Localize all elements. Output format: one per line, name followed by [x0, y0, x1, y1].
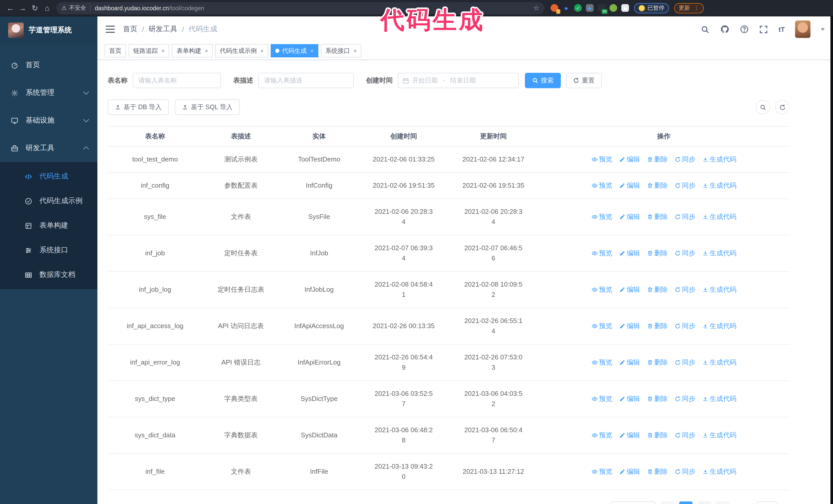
tab-close-icon[interactable]: × [310, 48, 314, 54]
page-size-select[interactable]: 10条/页 [611, 501, 656, 504]
action-sync-link[interactable]: 同步 [674, 212, 695, 222]
tab-close-icon[interactable]: × [162, 48, 165, 54]
action-trash-link[interactable]: 删除 [647, 181, 668, 191]
security-warning-icon[interactable]: ⚠ [62, 5, 67, 11]
action-trash-link[interactable]: 删除 [647, 285, 668, 295]
next-page-button[interactable]: › [716, 501, 730, 504]
action-download-link[interactable]: 生成代码 [702, 248, 736, 258]
action-sync-link[interactable]: 同步 [674, 466, 695, 477]
fullscreen-icon[interactable] [759, 25, 768, 34]
browser-update-button[interactable]: 更新 ⋮ [674, 3, 704, 13]
tab-close-icon[interactable]: × [205, 48, 208, 54]
action-pencil-link[interactable]: 编辑 [619, 248, 640, 258]
breadcrumb-item[interactable]: 首页 [123, 25, 137, 34]
browser-reload-icon[interactable]: ↻ [29, 4, 41, 12]
action-download-link[interactable]: 生成代码 [702, 212, 736, 222]
page-number-button[interactable]: 1 [679, 501, 693, 504]
action-sync-link[interactable]: 同步 [674, 154, 695, 165]
extension-grid-icon[interactable]: ◆ [586, 4, 594, 12]
sidebar-menu-item[interactable]: 首页 [0, 51, 97, 79]
action-download-link[interactable]: 生成代码 [702, 285, 736, 295]
github-icon[interactable] [720, 25, 729, 34]
action-trash-link[interactable]: 删除 [647, 212, 668, 222]
chevron-down-icon[interactable] [821, 28, 825, 30]
bookmark-star-icon[interactable]: ☆ [533, 4, 539, 12]
action-sync-link[interactable]: 同步 [674, 430, 695, 440]
action-sync-link[interactable]: 同步 [674, 285, 695, 295]
table-desc-input[interactable] [258, 73, 354, 88]
action-pencil-link[interactable]: 编辑 [619, 466, 640, 477]
action-sync-link[interactable]: 同步 [674, 394, 695, 404]
action-eye-link[interactable]: 预览 [591, 154, 612, 165]
scrollbar[interactable] [830, 17, 833, 504]
action-download-link[interactable]: 生成代码 [702, 181, 736, 191]
browser-home-icon[interactable]: ⌂ [41, 4, 53, 12]
tab[interactable]: 系统接口 × [321, 44, 362, 57]
action-eye-link[interactable]: 预览 [591, 394, 612, 404]
tab[interactable]: 首页 [104, 44, 126, 57]
sidebar-submenu-item[interactable]: 代码生成示例 [0, 189, 97, 213]
action-download-link[interactable]: 生成代码 [702, 394, 736, 404]
action-sync-link[interactable]: 同步 [674, 181, 695, 191]
action-eye-link[interactable]: 预览 [591, 430, 612, 440]
sidebar-submenu-item[interactable]: 系统接口 [0, 238, 97, 263]
action-sync-link[interactable]: 同步 [674, 357, 695, 368]
search-button[interactable]: 搜索 [525, 73, 561, 88]
sidebar-menu-item[interactable]: 基础设施 [0, 106, 97, 134]
browser-forward-icon[interactable]: → [17, 4, 29, 12]
collapse-sidebar-icon[interactable] [105, 26, 115, 33]
table-name-input[interactable] [133, 73, 221, 88]
extension-orange-icon[interactable]: 1 [551, 4, 558, 12]
tab[interactable]: 表单构建 × [172, 44, 213, 57]
extension-gem-icon[interactable]: ◆ [562, 4, 570, 12]
import-db-button[interactable]: 基于 DB 导入 [108, 99, 169, 115]
action-eye-link[interactable]: 预览 [591, 357, 612, 368]
extension-green-icon[interactable] [610, 4, 617, 12]
action-eye-link[interactable]: 预览 [591, 321, 612, 331]
action-download-link[interactable]: 生成代码 [702, 321, 736, 331]
action-sync-link[interactable]: 同步 [674, 321, 695, 331]
action-trash-link[interactable]: 删除 [647, 154, 668, 165]
action-eye-link[interactable]: 预览 [591, 285, 612, 295]
sidebar-submenu-item[interactable]: 代码生成 [0, 164, 97, 189]
action-trash-link[interactable]: 删除 [647, 430, 668, 440]
action-pencil-link[interactable]: 编辑 [619, 321, 640, 331]
action-trash-link[interactable]: 删除 [647, 466, 668, 477]
action-eye-link[interactable]: 预览 [591, 181, 612, 191]
action-pencil-link[interactable]: 编辑 [619, 154, 640, 165]
sidebar-menu-item[interactable]: 系统管理 [0, 79, 97, 106]
tab[interactable]: 代码生成 × [271, 44, 318, 57]
tab[interactable]: 代码生成示例 × [215, 44, 268, 57]
action-pencil-link[interactable]: 编辑 [619, 212, 640, 222]
import-sql-button[interactable]: 基于 SQL 导入 [175, 99, 240, 115]
action-download-link[interactable]: 生成代码 [702, 466, 736, 477]
date-range-picker[interactable]: 开始日期 - 结束日期 [398, 73, 519, 88]
extension-puzzle-icon[interactable]: ◆ [621, 4, 629, 12]
action-eye-link[interactable]: 预览 [591, 466, 612, 477]
user-avatar[interactable] [795, 21, 810, 38]
action-trash-link[interactable]: 删除 [647, 321, 668, 331]
action-sync-link[interactable]: 同步 [674, 248, 695, 258]
browser-menu-icon[interactable]: ⋮ [694, 5, 699, 11]
logo[interactable]: 芋道管理系统 [0, 17, 97, 44]
extension-dark-on-icon[interactable]: on [598, 4, 605, 12]
action-pencil-link[interactable]: 编辑 [619, 430, 640, 440]
action-eye-link[interactable]: 预览 [591, 248, 612, 258]
help-icon[interactable] [739, 25, 749, 34]
action-trash-link[interactable]: 删除 [647, 357, 668, 368]
goto-page-input[interactable] [757, 501, 778, 504]
tab[interactable]: 链路追踪 × [129, 44, 169, 57]
font-size-icon[interactable]: tT [779, 25, 785, 33]
breadcrumb-item[interactable]: 研发工具 [149, 25, 177, 34]
prev-page-button[interactable]: ‹ [661, 501, 674, 504]
action-eye-link[interactable]: 预览 [591, 212, 612, 222]
reset-button[interactable]: 重置 [566, 73, 602, 88]
extension-check-icon[interactable]: ✓ [574, 4, 582, 12]
toggle-search-button[interactable] [756, 100, 770, 114]
action-pencil-link[interactable]: 编辑 [619, 181, 640, 191]
browser-back-icon[interactable]: ← [4, 4, 17, 12]
search-icon[interactable] [700, 25, 710, 34]
sidebar-submenu-item[interactable]: 表单构建 [0, 213, 97, 238]
profile-paused-chip[interactable]: 已暂停 [634, 3, 669, 13]
action-trash-link[interactable]: 删除 [647, 248, 668, 258]
